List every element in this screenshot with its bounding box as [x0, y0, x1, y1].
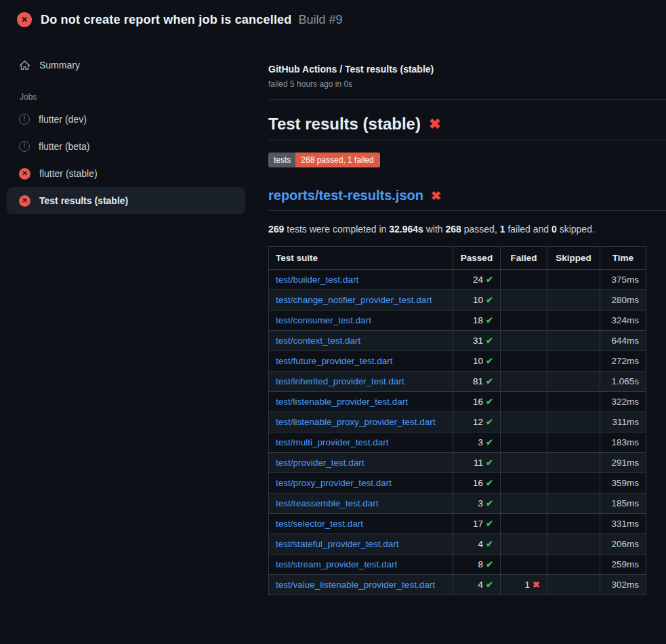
test-suite-link[interactable]: test/consumer_test.dart [276, 315, 371, 325]
test-suite-link[interactable]: test/builder_test.dart [276, 275, 358, 285]
passed-cell: 12✔ [453, 412, 501, 432]
failed-cell [501, 412, 547, 432]
passed-count: 18 [473, 315, 483, 325]
check-icon: ✔ [486, 397, 493, 407]
tests-badge-label: tests [268, 153, 295, 167]
test-suite-link[interactable]: test/reassemble_test.dart [276, 498, 379, 508]
summary-text: passed, [461, 224, 500, 235]
job-label: Test results (stable) [39, 195, 128, 206]
time-cell: 375ms [600, 270, 646, 290]
test-suite-link[interactable]: test/proxy_provider_test.dart [276, 478, 392, 488]
test-suite-link[interactable]: test/listenable_proxy_provider_test.dart [276, 417, 436, 427]
passed-cell: 3✔ [453, 432, 501, 453]
col-header-time: Time [600, 247, 646, 270]
skipped-cell [547, 270, 600, 290]
failed-cell [501, 494, 547, 514]
job-status-line: failed 5 hours ago in 0s [268, 79, 666, 89]
passed-count: 16 [473, 478, 483, 488]
skipped-cell [547, 473, 600, 494]
time-cell: 280ms [600, 290, 646, 310]
sidebar-item-job[interactable]: ✕Test results (stable) [7, 187, 245, 214]
skipped-cell [547, 453, 600, 473]
test-suite-cell: test/listenable_proxy_provider_test.dart [269, 412, 453, 432]
test-suite-link[interactable]: test/inherited_provider_test.dart [276, 376, 404, 386]
passed-count: 24 [473, 275, 483, 285]
test-suite-cell: test/change_notifier_provider_test.dart [269, 290, 453, 310]
build-failed-icon: ✕ [17, 12, 32, 27]
test-suite-link[interactable]: test/context_test.dart [276, 336, 360, 346]
test-suite-link[interactable]: test/change_notifier_provider_test.dart [276, 295, 432, 305]
results-table: Test suite Passed Failed Skipped Time te… [268, 246, 646, 595]
table-row: test/provider_test.dart11✔291ms [269, 453, 646, 473]
summary-line: 269 tests were completed in 32.964s with… [268, 224, 666, 235]
table-row: test/inherited_provider_test.dart81✔1.06… [269, 371, 646, 392]
test-suite-cell: test/stateful_provider_test.dart [269, 534, 453, 555]
col-header-test-suite: Test suite [269, 247, 453, 270]
report-file-link[interactable]: reports/test-results.json [268, 188, 423, 203]
table-row: test/selector_test.dart17✔331ms [269, 514, 646, 534]
failed-cell [501, 453, 547, 473]
passed-count: 3 [478, 498, 484, 508]
job-label: flutter (beta) [39, 141, 89, 152]
table-row: test/future_provider_test.dart10✔272ms [269, 351, 646, 371]
test-suite-cell: test/builder_test.dart [269, 270, 453, 290]
passed-cell: 81✔ [453, 371, 501, 392]
jobs-list: !flutter (dev)!flutter (beta)✕flutter (s… [0, 106, 252, 214]
check-icon: ✔ [486, 376, 493, 386]
skipped-cell [547, 555, 600, 575]
check-icon: ✔ [486, 539, 493, 549]
passed-count: 10 [473, 295, 483, 305]
test-suite-cell: test/value_listenable_provider_test.dart [269, 575, 453, 595]
test-suite-link[interactable]: test/value_listenable_provider_test.dart [276, 580, 435, 590]
test-suite-link[interactable]: test/future_provider_test.dart [276, 356, 393, 366]
sidebar-item-job[interactable]: !flutter (beta) [7, 133, 245, 160]
check-icon: ✔ [486, 356, 493, 366]
failed-cell [501, 270, 547, 290]
passed-cell: 18✔ [453, 310, 501, 331]
job-failed-icon: ✕ [19, 168, 30, 180]
skipped-cell [547, 494, 600, 514]
passed-cell: 4✔ [453, 534, 501, 555]
summary-number: 269 [268, 224, 284, 235]
skipped-cell [547, 351, 600, 371]
app-window: ✕ Do not create report when job is cance… [0, 0, 666, 644]
failed-cell [501, 514, 547, 534]
body-row: Summary Jobs !flutter (dev)!flutter (bet… [0, 39, 666, 644]
sidebar-item-summary[interactable]: Summary [7, 53, 245, 77]
skipped-cell [547, 575, 600, 595]
sidebar-item-job[interactable]: ✕flutter (stable) [7, 160, 245, 187]
test-suite-cell: test/multi_provider_test.dart [269, 432, 453, 453]
test-suite-link[interactable]: test/listenable_provider_test.dart [276, 397, 408, 407]
table-row: test/listenable_provider_test.dart16✔322… [269, 392, 646, 412]
results-table-body: test/builder_test.dart24✔375mstest/chang… [269, 270, 646, 595]
failed-cell [501, 555, 547, 575]
table-row: test/stateful_provider_test.dart4✔206ms [269, 534, 646, 555]
time-cell: 291ms [600, 453, 646, 473]
test-suite-link[interactable]: test/stateful_provider_test.dart [276, 539, 399, 549]
skipped-cell [547, 290, 600, 310]
passed-cell: 10✔ [453, 290, 501, 310]
passed-cell: 16✔ [453, 392, 501, 412]
failed-cell [501, 310, 547, 331]
test-suite-link[interactable]: test/stream_provider_test.dart [276, 559, 397, 569]
check-icon: ✔ [486, 417, 493, 427]
table-row: test/consumer_test.dart18✔324ms [269, 310, 646, 331]
summary-text: with [423, 224, 446, 235]
skipped-cell [547, 432, 600, 453]
check-icon: ✔ [486, 315, 493, 325]
summary-number: 268 [446, 224, 461, 235]
table-row: test/stream_provider_test.dart8✔259ms [269, 555, 646, 575]
summary-text: tests were completed in [284, 224, 389, 235]
home-icon [19, 60, 30, 71]
time-cell: 324ms [600, 310, 646, 331]
skipped-cell [547, 392, 600, 412]
check-icon: ✔ [486, 580, 493, 590]
passed-cell: 8✔ [453, 555, 501, 575]
test-suite-link[interactable]: test/selector_test.dart [276, 519, 363, 529]
failed-cell [501, 371, 547, 392]
test-suite-link[interactable]: test/multi_provider_test.dart [276, 437, 389, 447]
job-failed-icon: ✕ [19, 195, 30, 207]
test-suite-link[interactable]: test/provider_test.dart [276, 458, 365, 468]
sidebar-item-job[interactable]: !flutter (dev) [7, 106, 245, 133]
check-icon: ✔ [486, 458, 493, 468]
